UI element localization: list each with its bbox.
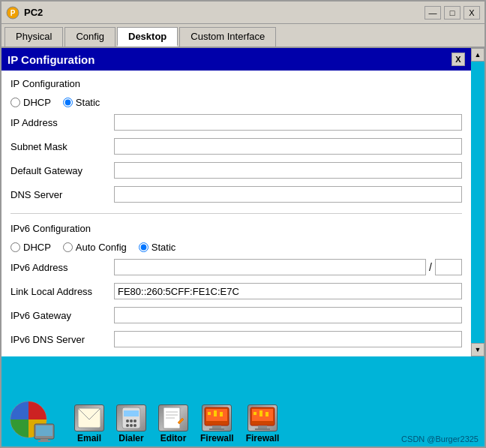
email-icon-item[interactable]: Email bbox=[74, 404, 104, 443]
ip-address-input[interactable] bbox=[114, 114, 462, 131]
static-radio-label[interactable]: Static bbox=[63, 97, 100, 108]
dns-server-input[interactable] bbox=[114, 186, 462, 203]
ipv6-gateway-input[interactable] bbox=[114, 307, 462, 323]
dhcp-radio-label[interactable]: DHCP bbox=[10, 97, 51, 108]
editor-icon-item[interactable]: Editor bbox=[158, 404, 188, 443]
bottom-area: Email Dialer bbox=[2, 356, 484, 446]
ipv6-static-label[interactable]: Static bbox=[139, 242, 176, 253]
firewall1-icon bbox=[202, 404, 232, 431]
ipv4-section-label: IP Configuration bbox=[10, 78, 462, 89]
svg-rect-23 bbox=[214, 410, 217, 416]
ipv6-slash: / bbox=[429, 261, 432, 273]
svg-point-13 bbox=[126, 424, 129, 427]
ip-panel: IP Configuration X IP Configuration DHCP… bbox=[2, 48, 471, 356]
ipv6-address-inputs: / bbox=[114, 259, 462, 275]
ipv6-address-input[interactable] bbox=[114, 259, 426, 275]
svg-rect-32 bbox=[258, 425, 267, 428]
pc-icon-item[interactable] bbox=[8, 398, 56, 443]
email-label: Email bbox=[77, 433, 101, 443]
dns-server-row: DNS Server bbox=[10, 186, 462, 203]
firewall2-icon-item[interactable]: Firewall bbox=[246, 404, 280, 443]
svg-point-15 bbox=[134, 424, 136, 427]
ipv6-auto-label[interactable]: Auto Config bbox=[63, 242, 127, 253]
dialer-icon bbox=[116, 404, 146, 431]
tab-physical[interactable]: Physical bbox=[4, 27, 63, 47]
email-icon bbox=[74, 404, 104, 431]
maximize-button[interactable]: □ bbox=[444, 6, 460, 20]
scroll-up-button[interactable]: ▲ bbox=[471, 48, 484, 62]
ipv6-auto-text: Auto Config bbox=[76, 242, 127, 253]
svg-rect-24 bbox=[220, 412, 223, 416]
editor-label: Editor bbox=[160, 433, 187, 443]
app-icon: P bbox=[6, 6, 20, 20]
tab-bar: Physical Config Desktop Custom Interface bbox=[2, 24, 484, 48]
tab-custom-interface[interactable]: Custom Interface bbox=[179, 27, 276, 47]
svg-rect-5 bbox=[40, 439, 48, 440]
svg-rect-30 bbox=[260, 410, 262, 416]
firewall1-label: Firewall bbox=[200, 433, 234, 443]
default-gateway-input[interactable] bbox=[114, 162, 462, 179]
close-button[interactable]: X bbox=[464, 6, 480, 20]
content-area: IP Configuration X IP Configuration DHCP… bbox=[2, 48, 484, 356]
ipv6-dhcp-label[interactable]: DHCP bbox=[10, 242, 51, 253]
tab-desktop[interactable]: Desktop bbox=[117, 27, 178, 47]
svg-rect-6 bbox=[38, 440, 50, 442]
ipv6-address-label: IPv6 Address bbox=[10, 262, 108, 273]
svg-point-14 bbox=[130, 424, 133, 427]
subnet-mask-row: Subnet Mask bbox=[10, 138, 462, 155]
firewall1-icon-item[interactable]: Firewall bbox=[200, 404, 234, 443]
editor-icon bbox=[158, 404, 188, 431]
link-local-input[interactable] bbox=[114, 283, 462, 299]
svg-rect-31 bbox=[266, 412, 268, 416]
static-radio[interactable] bbox=[63, 98, 73, 107]
default-gateway-row: Default Gateway bbox=[10, 162, 462, 179]
ipv6-section-label: IPv6 Configuration bbox=[10, 223, 462, 234]
main-window: P PC2 — □ X Physical Config Desktop Cust… bbox=[0, 0, 486, 448]
link-local-row: Link Local Address bbox=[10, 283, 462, 299]
ip-address-label: IP Address bbox=[10, 117, 108, 128]
ipv6-gateway-row: IPv6 Gateway bbox=[10, 307, 462, 323]
ipv6-dns-row: IPv6 DNS Server bbox=[10, 331, 462, 347]
ipv6-dhcp-text: DHCP bbox=[23, 242, 51, 253]
window-controls: — □ X bbox=[424, 6, 480, 20]
firewall2-label: Firewall bbox=[246, 433, 280, 443]
watermark: CSDN @Burger2325 bbox=[401, 434, 478, 443]
dialer-icon-item[interactable]: Dialer bbox=[116, 404, 146, 443]
window-title: PC2 bbox=[24, 7, 420, 18]
pc-icon-svg bbox=[8, 398, 56, 443]
ip-config-header: IP Configuration X bbox=[2, 48, 471, 71]
firewall2-icon bbox=[248, 404, 278, 431]
ipv6-address-row: IPv6 Address / bbox=[10, 259, 462, 275]
tab-config[interactable]: Config bbox=[64, 27, 116, 47]
ip-close-button[interactable]: X bbox=[452, 53, 465, 66]
static-label: Static bbox=[76, 97, 100, 108]
svg-point-11 bbox=[130, 419, 133, 422]
link-local-label: Link Local Address bbox=[10, 286, 108, 297]
subnet-mask-input[interactable] bbox=[114, 138, 462, 155]
minimize-button[interactable]: — bbox=[424, 6, 441, 20]
svg-point-12 bbox=[134, 419, 136, 422]
svg-rect-25 bbox=[212, 425, 221, 428]
ip-config-title: IP Configuration bbox=[8, 53, 94, 66]
svg-rect-4 bbox=[36, 425, 52, 436]
scroll-track[interactable] bbox=[471, 62, 484, 343]
ipv6-static-text: Static bbox=[152, 242, 176, 253]
scroll-down-button[interactable]: ▼ bbox=[471, 343, 484, 356]
ipv6-dns-input[interactable] bbox=[114, 331, 462, 347]
ipv6-gateway-label: IPv6 Gateway bbox=[10, 310, 108, 321]
ipv6-radio-row: DHCP Auto Config Static bbox=[10, 242, 462, 253]
dialer-label: Dialer bbox=[118, 433, 143, 443]
svg-text:P: P bbox=[10, 9, 16, 17]
ipv6-dhcp-radio[interactable] bbox=[10, 242, 20, 252]
title-bar: P PC2 — □ X bbox=[2, 2, 484, 24]
ipv6-static-radio[interactable] bbox=[139, 242, 148, 252]
default-gateway-label: Default Gateway bbox=[10, 165, 108, 176]
ipv6-auto-radio[interactable] bbox=[63, 242, 73, 252]
dhcp-radio[interactable] bbox=[10, 98, 20, 107]
subnet-mask-label: Subnet Mask bbox=[10, 141, 108, 152]
dns-server-label: DNS Server bbox=[10, 189, 108, 200]
ip-address-row: IP Address bbox=[10, 114, 462, 131]
section-divider bbox=[10, 213, 462, 214]
ipv6-prefix-input[interactable] bbox=[435, 259, 462, 275]
svg-rect-22 bbox=[208, 412, 211, 415]
